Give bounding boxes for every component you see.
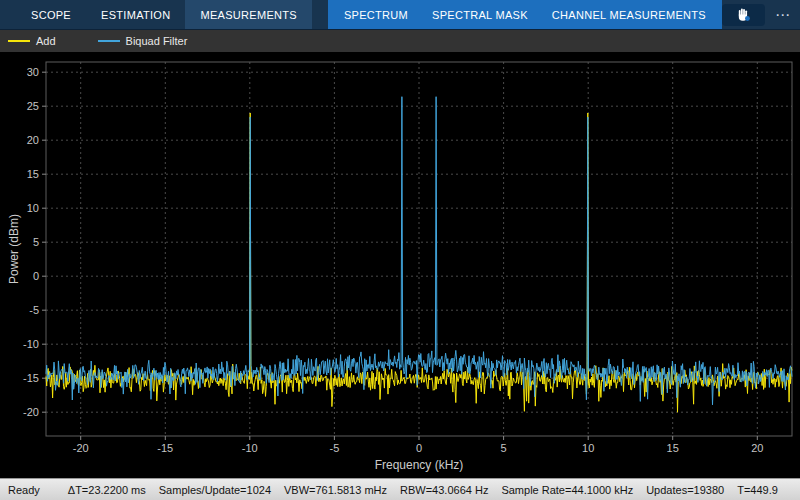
status-time: T=449.9 (737, 484, 778, 496)
legend-item-biquad-filter[interactable]: Biquad Filter (98, 35, 188, 47)
tab-spectrum[interactable]: SPECTRUM (332, 0, 420, 29)
status-delta-t: ΔT=23.2200 ms (68, 484, 146, 496)
status-stats: ΔT=23.2200 ms Samples/Update=1024 VBW=76… (68, 484, 778, 496)
hand-tool-button[interactable] (722, 4, 765, 26)
tab-estimation[interactable]: ESTIMATION (86, 0, 185, 29)
tab-measurements[interactable]: MEASUREMENTS (185, 0, 312, 29)
svg-text:5: 5 (501, 442, 507, 454)
legend-line-swatch-add (8, 40, 30, 42)
status-rbw: RBW=43.0664 Hz (400, 484, 488, 496)
svg-text:20: 20 (751, 442, 763, 454)
svg-text:-15: -15 (157, 442, 173, 454)
tab-spectral-mask[interactable]: SPECTRAL MASK (420, 0, 540, 29)
svg-text:0: 0 (33, 270, 39, 282)
svg-text:-10: -10 (242, 442, 258, 454)
svg-text:-15: -15 (23, 372, 39, 384)
y-axis-label: Power (dBm) (7, 214, 21, 284)
spectrum-tab-group: SPECTRUM SPECTRAL MASK CHANNEL MEASUREME… (328, 0, 722, 29)
spectrum-plot[interactable]: -20-15-10-505101520-20-15-10-50510152025… (0, 52, 800, 478)
svg-text:15: 15 (27, 168, 39, 180)
legend-line-swatch-biquad (98, 40, 120, 42)
svg-text:10: 10 (27, 202, 39, 214)
status-bar: Ready ΔT=23.2200 ms Samples/Update=1024 … (0, 478, 800, 500)
toolstrip: SCOPE ESTIMATION MEASUREMENTS SPECTRUM S… (0, 0, 800, 30)
tick-labels: -20-15-10-505101520-20-15-10-50510152025… (23, 66, 763, 454)
svg-text:25: 25 (27, 100, 39, 112)
svg-text:-5: -5 (29, 304, 39, 316)
status-vbw: VBW=761.5813 mHz (284, 484, 387, 496)
more-options-button[interactable]: ⋯ (773, 7, 792, 22)
svg-text:20: 20 (27, 134, 39, 146)
legend-bar: Add Biquad Filter (0, 30, 800, 52)
legend-label-add: Add (36, 35, 56, 47)
svg-text:15: 15 (667, 442, 679, 454)
status-samples-per-update: Samples/Update=1024 (159, 484, 271, 496)
legend-label-biquad: Biquad Filter (126, 35, 188, 47)
status-updates: Updates=19380 (646, 484, 724, 496)
svg-text:5: 5 (33, 236, 39, 248)
svg-text:30: 30 (27, 66, 39, 78)
svg-text:0: 0 (416, 442, 422, 454)
grid-lines (46, 62, 792, 436)
toolbar-right-controls: ⋯ (722, 0, 800, 29)
svg-text:10: 10 (582, 442, 594, 454)
tab-channel-measurements[interactable]: CHANNEL MEASUREMENTS (540, 0, 718, 29)
tab-scope[interactable]: SCOPE (16, 0, 86, 29)
legend-item-add[interactable]: Add (8, 35, 56, 47)
hand-icon (736, 7, 751, 22)
svg-text:-20: -20 (73, 442, 89, 454)
x-axis-label: Frequency (kHz) (46, 458, 792, 472)
status-ready: Ready (8, 484, 40, 496)
svg-text:-5: -5 (330, 442, 340, 454)
svg-text:-20: -20 (23, 406, 39, 418)
status-sample-rate: Sample Rate=44.1000 kHz (501, 484, 633, 496)
spectrum-plot-panel[interactable]: -20-15-10-505101520-20-15-10-50510152025… (0, 52, 800, 478)
svg-text:-10: -10 (23, 338, 39, 350)
